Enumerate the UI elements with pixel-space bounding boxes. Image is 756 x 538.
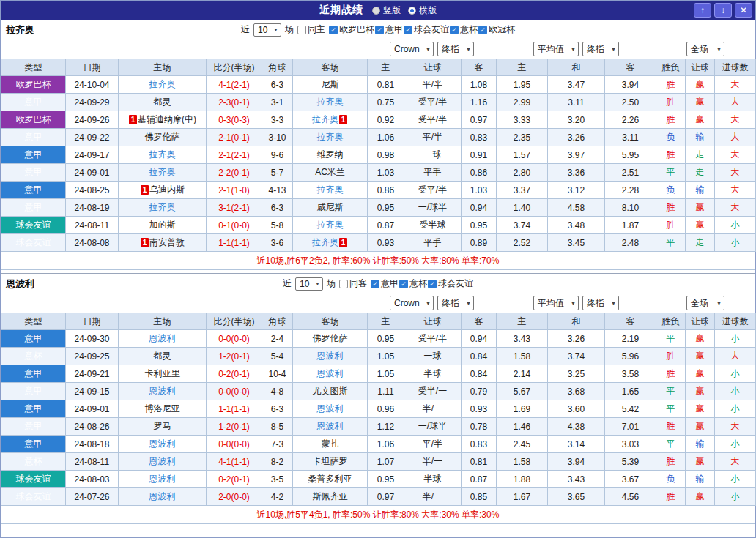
league-filter[interactable]: 球会友谊 bbox=[404, 23, 449, 36]
score-cell: 4-1(1-1) bbox=[207, 453, 262, 471]
away-team-cell: 拉齐奥 bbox=[293, 94, 368, 111]
ah-home-odds: 1.11 bbox=[368, 383, 404, 400]
eu-home-odds: 1.69 bbox=[497, 400, 548, 418]
ah-home-odds: 0.95 bbox=[368, 330, 404, 348]
home-team-name: 恩波利 bbox=[149, 491, 176, 501]
chevron-down-icon: ▼ bbox=[611, 301, 616, 306]
league-filters: 欧罗巴杯意甲球会友谊意杯欧冠杯 bbox=[329, 23, 515, 36]
recent-count-select[interactable]: 10▼ bbox=[253, 23, 281, 37]
league-badge: 球会友谊 bbox=[1, 217, 66, 234]
column-header: 进球数 bbox=[715, 313, 756, 330]
league-filter-label: 球会友谊 bbox=[414, 23, 449, 36]
home-team-name: 乌迪内斯 bbox=[149, 184, 185, 195]
score-cell: 0-2(0-1) bbox=[207, 365, 262, 383]
goals-cell: 小 bbox=[715, 400, 756, 418]
column-header: 进球数 bbox=[715, 59, 756, 76]
league-filter[interactable]: 意杯 bbox=[399, 277, 427, 290]
same-checkbox[interactable] bbox=[339, 280, 348, 288]
league-filter[interactable]: 欧冠杯 bbox=[478, 23, 515, 36]
close-button[interactable]: ✕ bbox=[735, 3, 752, 18]
match-row: 意杯24-08-11恩波利4-1(1-1)8-2卡坦萨罗1.07半/一0.811… bbox=[1, 453, 756, 471]
column-header: 日期 bbox=[66, 313, 119, 330]
league-badge: 球会友谊 bbox=[1, 488, 66, 506]
league-filter[interactable]: 球会友谊 bbox=[428, 277, 473, 290]
eu-draw-odds: 3.74 bbox=[548, 348, 605, 365]
home-team-cell: 佛罗伦萨 bbox=[119, 129, 207, 146]
ah-home-odds: 0.87 bbox=[368, 217, 404, 234]
match-row: 意甲24-08-26罗马1-2(0-1)8-5恩波利1.12一/球半0.781.… bbox=[1, 418, 756, 436]
handicap-result-cell: 走 bbox=[686, 164, 715, 182]
checkbox-icon[interactable] bbox=[428, 280, 437, 288]
league-filter[interactable]: 意甲 bbox=[375, 23, 403, 36]
radio-vertical[interactable]: 竖版 bbox=[372, 4, 401, 17]
checkbox-icon[interactable] bbox=[404, 26, 412, 34]
same-checkbox[interactable] bbox=[297, 26, 306, 34]
result-cell: 平 bbox=[656, 164, 686, 182]
eu-source-select[interactable]: 平均值▼ bbox=[533, 296, 579, 310]
eu-source-select[interactable]: 平均值▼ bbox=[533, 42, 579, 56]
checkbox-icon[interactable] bbox=[375, 26, 384, 34]
match-row: 意甲24-09-17拉齐奥2-1(2-1)9-6维罗纳0.98一球0.911.5… bbox=[1, 146, 756, 164]
column-header: 角球 bbox=[262, 313, 293, 330]
checkbox-icon[interactable] bbox=[399, 280, 408, 288]
league-filter[interactable]: 欧罗巴杯 bbox=[329, 23, 374, 36]
match-date: 24-09-17 bbox=[66, 146, 119, 164]
home-team-name: 都灵 bbox=[154, 351, 171, 361]
column-header: 主 bbox=[497, 59, 548, 76]
match-row: 意甲24-08-19拉齐奥3-1(2-1)6-3威尼斯0.95一/球半0.941… bbox=[1, 199, 756, 217]
column-header: 主 bbox=[497, 313, 548, 330]
home-team-name: 加的斯 bbox=[149, 220, 176, 230]
eu-home-odds: 3.43 bbox=[497, 330, 548, 348]
home-team-cell: 罗马 bbox=[119, 418, 207, 436]
bookmaker-select[interactable]: Crown▼ bbox=[390, 296, 434, 310]
radio-horizontal[interactable]: 横版 bbox=[408, 4, 437, 17]
scroll-down-button[interactable]: ↓ bbox=[714, 3, 732, 18]
ah-home-odds: 1.12 bbox=[368, 418, 404, 436]
bookmaker-select[interactable]: Crown▼ bbox=[390, 42, 434, 56]
goals-cell: 小 bbox=[715, 383, 756, 400]
eu-draw-odds: 3.94 bbox=[548, 453, 605, 471]
eu-time-select[interactable]: 终指▼ bbox=[582, 296, 619, 310]
scroll-up-button[interactable]: ↑ bbox=[694, 3, 711, 18]
score-cell: 2-3(0-1) bbox=[207, 94, 262, 111]
match-row: 球会友谊24-08-081南安普敦1-1(1-1)3-6拉齐奥10.93平手0.… bbox=[1, 234, 756, 252]
checkbox-icon[interactable] bbox=[478, 26, 487, 34]
handicap-result-cell: 赢 bbox=[686, 400, 715, 418]
scope-select[interactable]: 全场▼ bbox=[686, 296, 724, 310]
scope-select[interactable]: 全场▼ bbox=[686, 42, 724, 56]
radio-icon[interactable] bbox=[372, 7, 380, 15]
eu-away-odds: 3.94 bbox=[605, 76, 656, 94]
record-summary: 近10场,胜5平4负1, 胜率:50% 让胜率:80% 大率:30% 单率:30… bbox=[1, 506, 755, 524]
corner-cell: 6-3 bbox=[262, 400, 293, 418]
eu-draw-odds: 4.58 bbox=[548, 199, 605, 217]
radio-icon[interactable] bbox=[408, 7, 416, 15]
home-team-cell: 恩波利 bbox=[119, 383, 207, 400]
eu-home-odds: 1.40 bbox=[497, 199, 548, 217]
recent-count-select[interactable]: 10▼ bbox=[295, 277, 323, 291]
away-team-cell: 威尼斯 bbox=[293, 199, 368, 217]
league-filter[interactable]: 意杯 bbox=[450, 23, 478, 36]
handicap-result-cell: 输 bbox=[686, 182, 715, 199]
ah-line: 一球 bbox=[404, 146, 462, 164]
league-badge: 球会友谊 bbox=[1, 234, 66, 252]
corner-cell: 4-2 bbox=[262, 488, 293, 506]
away-team-name: 维罗纳 bbox=[317, 149, 344, 160]
ah-time-select[interactable]: 终指▼ bbox=[437, 296, 474, 310]
checkbox-icon[interactable] bbox=[371, 280, 379, 288]
league-filter[interactable]: 意甲 bbox=[371, 277, 399, 290]
recent-label: 近 bbox=[283, 277, 292, 290]
eu-time-select[interactable]: 终指▼ bbox=[582, 42, 619, 56]
eu-draw-odds: 3.68 bbox=[548, 383, 605, 400]
goals-cell: 大 bbox=[715, 348, 756, 365]
red-card-badge: 1 bbox=[339, 238, 347, 247]
same-venue-filter[interactable]: 同客 bbox=[339, 277, 367, 290]
away-team-cell: 蒙扎 bbox=[293, 436, 368, 453]
match-date: 24-08-11 bbox=[66, 453, 119, 471]
select-value: 全场 bbox=[691, 43, 708, 56]
checkbox-icon[interactable] bbox=[329, 26, 338, 34]
home-team-name: 罗马 bbox=[154, 421, 171, 431]
same-venue-filter[interactable]: 同主 bbox=[297, 23, 325, 36]
ah-time-select[interactable]: 终指▼ bbox=[437, 42, 474, 56]
checkbox-icon[interactable] bbox=[450, 26, 459, 34]
ah-away-odds: 0.83 bbox=[462, 129, 497, 146]
